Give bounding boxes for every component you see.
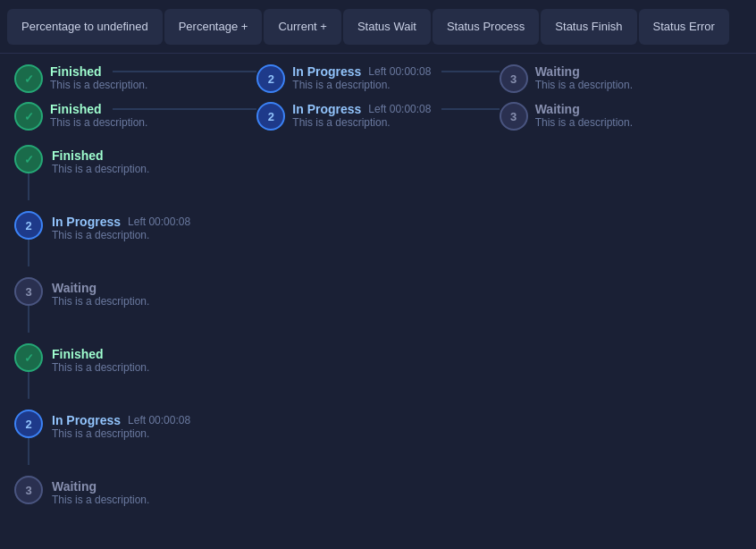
step-icon-finished-1: ✓ — [14, 64, 43, 93]
step-title-inprogress-2: In Progress — [292, 102, 361, 116]
step-icon-finished-3: ✓ — [14, 145, 43, 173]
nav-btn-status-error[interactable]: Status Error — [639, 9, 729, 45]
list-item: 2 In Progress Left 00:00:08 This is a de… — [14, 404, 742, 470]
step-icon-inprogress-2: 2 — [256, 102, 285, 131]
step-desc-inprogress-2: This is a description. — [292, 116, 499, 129]
step-desc-4: This is a description. — [52, 229, 742, 241]
step-connector-6: ✓ — [14, 343, 43, 399]
nav-btn-status-finish[interactable]: Status Finish — [541, 9, 636, 45]
step-desc-finished-2: This is a description. — [50, 116, 256, 129]
step-icon-inprogress-4: 2 — [14, 410, 43, 438]
step-desc-8: This is a description. — [52, 494, 742, 506]
list-item: 2 In Progress Left 00:00:08 This is a de… — [14, 206, 742, 272]
step-title-waiting-1: Waiting — [535, 64, 580, 79]
step-title-finished-2: Finished — [50, 102, 102, 116]
nav-btn-pct-undefined[interactable]: Percentage to undefined — [7, 9, 163, 45]
step-desc-waiting-1: This is a description. — [535, 79, 742, 91]
step-icon-waiting-1: 3 — [500, 64, 528, 93]
top-section: ✓ Finished This is a description. 2 In P… — [0, 54, 756, 136]
step-icon-waiting-3: 3 — [14, 277, 43, 306]
step-connector-8: 3 — [14, 476, 43, 504]
step-desc-3: This is a description. — [52, 163, 742, 175]
step-connector-4: 2 — [14, 211, 43, 266]
top-navigation: Percentage to undefined Percentage + Cur… — [0, 0, 756, 54]
step-icon-inprogress-1: 2 — [256, 64, 285, 93]
step-title-8: Waiting — [52, 479, 97, 494]
nav-btn-pct-plus[interactable]: Percentage + — [164, 9, 263, 45]
step-icon-inprogress-3: 2 — [14, 211, 43, 240]
step-title-waiting-2: Waiting — [535, 102, 580, 116]
vertical-steps: ✓ Finished This is a description. 2 In P… — [0, 139, 756, 519]
step-title-finished-1: Finished — [50, 64, 102, 79]
nav-btn-current-plus[interactable]: Current + — [264, 9, 341, 45]
step-timer-3: Left 00:00:08 — [128, 215, 190, 228]
nav-btn-status-process[interactable]: Status Process — [433, 9, 539, 45]
step-icon-finished-4: ✓ — [14, 343, 43, 372]
step-timer-2: Left 00:00:08 — [368, 103, 431, 115]
step-icon-finished-2: ✓ — [14, 102, 43, 131]
step-title-5: Waiting — [52, 281, 97, 295]
step-desc-inprogress-1: This is a description. — [292, 79, 499, 91]
step-desc-7: This is a description. — [52, 427, 742, 440]
step-title-inprogress-1: In Progress — [292, 64, 361, 79]
step-title-6: Finished — [52, 347, 104, 361]
step-desc-6: This is a description. — [52, 361, 742, 374]
step-icon-waiting-4: 3 — [14, 476, 43, 504]
step-title-4: In Progress — [52, 215, 121, 229]
step-desc-waiting-2: This is a description. — [535, 116, 742, 129]
step-timer-4: Left 00:00:08 — [128, 414, 190, 427]
list-item: 3 Waiting This is a description. — [14, 470, 742, 519]
list-item: 3 Waiting This is a description. — [14, 272, 742, 338]
step-connector-5: 3 — [14, 277, 43, 333]
step-connector-7: 2 — [14, 410, 43, 465]
step-desc-finished-1: This is a description. — [50, 79, 256, 91]
step-desc-5: This is a description. — [52, 295, 742, 308]
step-title-3: Finished — [52, 148, 104, 163]
step-title-7: In Progress — [52, 413, 121, 427]
step-timer-1: Left 00:00:08 — [368, 65, 431, 78]
step-icon-waiting-2: 3 — [500, 102, 528, 131]
list-item: ✓ Finished This is a description. — [14, 139, 742, 206]
step-connector-3: ✓ — [14, 145, 43, 200]
list-item: ✓ Finished This is a description. — [14, 338, 742, 404]
nav-btn-status-wait[interactable]: Status Wait — [343, 9, 431, 45]
